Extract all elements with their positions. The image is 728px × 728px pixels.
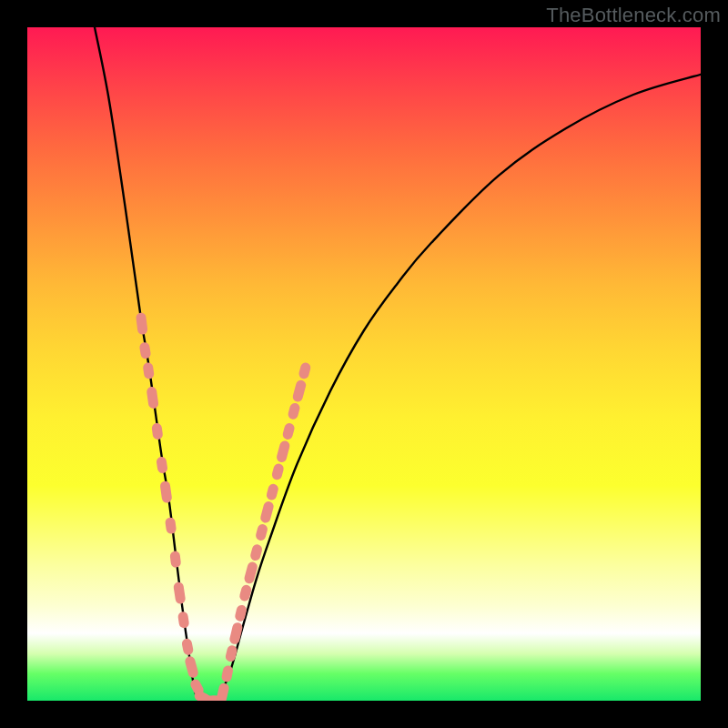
data-marker: [271, 462, 285, 480]
data-marker: [266, 482, 279, 500]
data-marker: [184, 655, 199, 679]
data-marker: [177, 611, 190, 628]
data-marker: [276, 440, 291, 463]
watermark-text: TheBottleneck.com: [546, 4, 721, 27]
data-marker: [225, 644, 238, 662]
data-marker: [156, 456, 168, 473]
data-marker: [292, 379, 308, 403]
curve-group: [95, 27, 701, 701]
data-marker: [298, 361, 311, 379]
data-marker: [249, 543, 263, 561]
data-marker: [151, 422, 163, 440]
data-marker: [281, 422, 295, 440]
data-marker: [159, 480, 172, 503]
data-marker: [173, 581, 186, 604]
data-marker: [136, 312, 148, 335]
data-marker: [147, 386, 159, 409]
bottleneck-curve-path: [95, 27, 701, 701]
data-marker: [287, 402, 300, 420]
data-marker: [216, 682, 230, 701]
data-marker: [259, 500, 275, 524]
data-marker: [169, 551, 181, 568]
marker-group-right: [216, 361, 312, 701]
bottleneck-chart: [27, 27, 701, 701]
data-marker: [165, 517, 177, 534]
data-marker: [142, 362, 155, 379]
data-marker: [139, 341, 152, 359]
data-marker: [181, 638, 194, 656]
marker-group-left: [136, 312, 224, 701]
data-marker: [255, 523, 268, 541]
stage: TheBottleneck.com: [0, 0, 728, 728]
plot-area: [27, 27, 701, 701]
